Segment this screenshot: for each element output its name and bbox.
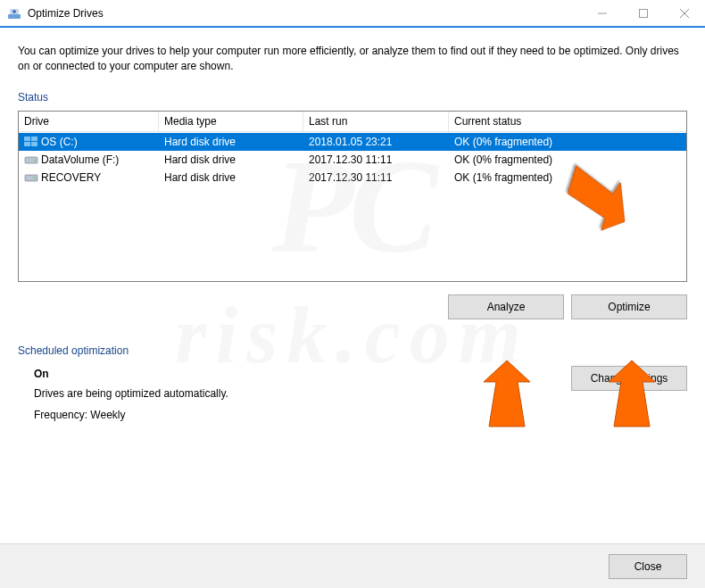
table-row[interactable]: OS (C:)Hard disk drive2018.01.05 23:21OK… (19, 133, 686, 151)
schedule-freq: Frequency: Weekly (34, 409, 687, 421)
col-status[interactable]: Current status (449, 112, 686, 132)
drive-lastrun: 2017.12.30 11:11 (303, 152, 449, 168)
drive-icon (24, 154, 38, 165)
change-settings-button[interactable]: Change settings (571, 366, 687, 391)
svg-rect-4 (640, 9, 648, 17)
titlebar: Optimize Drives (0, 0, 705, 27)
optimize-button[interactable]: Optimize (571, 294, 687, 319)
col-last[interactable]: Last run (303, 112, 449, 132)
maximize-button[interactable] (623, 0, 664, 26)
close-button[interactable]: Close (609, 554, 687, 579)
minimize-button[interactable] (582, 0, 623, 26)
svg-point-12 (34, 159, 36, 161)
drive-list: Drive Media type Last run Current status… (18, 111, 687, 282)
svg-rect-9 (24, 142, 30, 146)
schedule-label: Scheduled optimization (18, 344, 687, 357)
col-drive[interactable]: Drive (19, 112, 159, 132)
status-label: Status (18, 91, 687, 104)
drive-lastrun: 2017.12.30 11:11 (303, 170, 449, 186)
col-media[interactable]: Media type (159, 112, 303, 132)
drive-name: OS (C:) (41, 136, 78, 148)
drive-media: Hard disk drive (159, 134, 303, 150)
drive-icon (24, 172, 38, 183)
svg-point-14 (34, 177, 36, 178)
window-controls (582, 0, 705, 26)
footer: Close (0, 543, 705, 588)
table-row[interactable]: DataVolume (F:)Hard disk drive2017.12.30… (19, 151, 686, 169)
drive-status: OK (1% fragmented) (449, 170, 686, 186)
column-headers: Drive Media type Last run Current status (19, 112, 686, 133)
svg-rect-7 (24, 137, 30, 141)
drive-name: RECOVERY (41, 171, 101, 184)
drive-status: OK (0% fragmented) (449, 152, 686, 168)
drive-icon (24, 137, 38, 147)
drive-media: Hard disk drive (159, 152, 303, 168)
analyze-button[interactable]: Analyze (448, 294, 564, 319)
svg-rect-0 (8, 14, 21, 19)
intro-text: You can optimize your drives to help you… (18, 44, 687, 75)
drive-lastrun: 2018.01.05 23:21 (303, 134, 449, 150)
drive-name: DataVolume (F:) (41, 153, 119, 166)
drive-media: Hard disk drive (159, 170, 303, 186)
svg-rect-10 (31, 142, 37, 146)
window-title: Optimize Drives (28, 7, 582, 20)
svg-rect-8 (31, 137, 37, 141)
drive-status: OK (0% fragmented) (449, 134, 686, 150)
svg-point-2 (12, 10, 16, 13)
table-row[interactable]: RECOVERYHard disk drive2017.12.30 11:11O… (19, 169, 686, 186)
app-icon (7, 6, 21, 21)
close-window-button[interactable] (664, 0, 705, 26)
